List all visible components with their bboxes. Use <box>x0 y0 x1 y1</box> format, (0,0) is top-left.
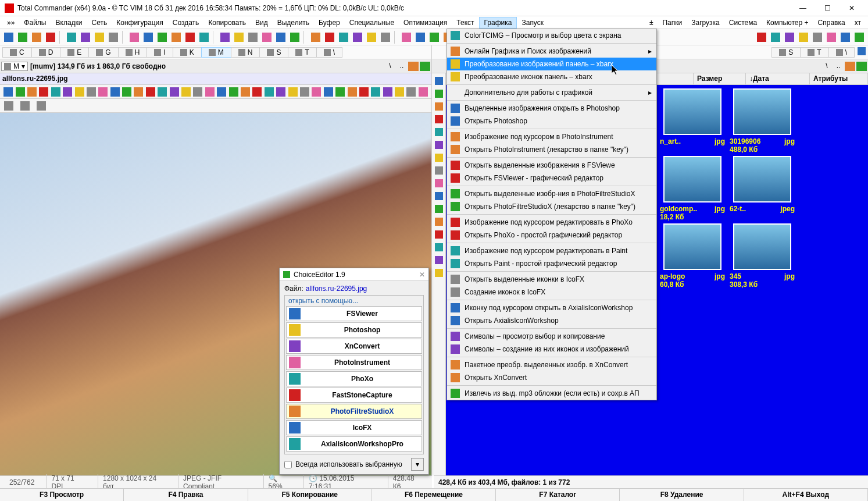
viewer-btn-17[interactable] <box>204 86 216 98</box>
vbar-btn-11[interactable] <box>434 216 444 227</box>
choice-option[interactable]: AxialisIconWorkshopPro <box>286 436 422 452</box>
vbar-btn-1[interactable] <box>434 88 444 99</box>
viewer-btn-34[interactable] <box>405 86 417 98</box>
thumbnail-item[interactable]: ap-logojpg60,8 Кб <box>659 223 726 289</box>
toolbar-btn-28[interactable] <box>428 31 441 44</box>
fkey-F4[interactable]: F4 Правка <box>124 489 248 501</box>
menu-right-±[interactable]: ± <box>645 17 658 28</box>
toolbar-btn-16[interactable] <box>247 31 259 44</box>
vbar-btn-8[interactable] <box>434 178 444 189</box>
nav-fav-icon[interactable] <box>856 62 867 71</box>
viewer-btn-14[interactable] <box>168 86 180 98</box>
menu-вид[interactable]: Вид <box>251 17 273 28</box>
toolbar-btn-2[interactable] <box>30 31 43 44</box>
menu-буфер[interactable]: Буфер <box>314 17 345 28</box>
toolbar-btn-22[interactable] <box>337 31 350 44</box>
drive-G[interactable]: G <box>88 47 118 58</box>
close-button[interactable]: ✕ <box>840 1 863 15</box>
choice-option[interactable]: FSViewer <box>286 306 422 321</box>
nav-up-icon[interactable]: \ <box>821 62 832 71</box>
drive-T[interactable]: T <box>800 47 828 58</box>
drive-C[interactable]: C <box>2 47 32 58</box>
menu-сеть[interactable]: Сеть <box>87 17 112 28</box>
panel-icon[interactable] <box>19 100 31 112</box>
viewer-btn-23[interactable] <box>275 86 287 98</box>
viewer-btn-12[interactable] <box>145 86 156 98</box>
menu-item[interactable]: Символы – создание из них иконок и изобр… <box>447 343 656 356</box>
menu-item[interactable]: Выделенные изображения открыть в Photosh… <box>447 102 656 115</box>
viewer-btn-8[interactable] <box>97 86 109 98</box>
drive-I[interactable]: I <box>147 47 173 58</box>
toolbar-right-btn-4[interactable] <box>811 31 824 44</box>
fkey-F7[interactable]: F7 Каталог <box>496 489 620 501</box>
left-drive-select[interactable]: M ▾ <box>1 62 28 71</box>
viewer-btn-30[interactable] <box>358 86 370 98</box>
menu-item[interactable]: ColorTCIMG – Просмотр и выбор цвета с эк… <box>447 29 656 42</box>
vbar-btn-13[interactable] <box>434 242 444 253</box>
vbar-btn-0[interactable] <box>434 76 444 86</box>
menu-item[interactable]: Преобразование изображений панель – xbar… <box>447 58 656 70</box>
choice-option[interactable]: XnConvert <box>286 339 422 354</box>
vbar-btn-10[interactable] <box>434 204 444 214</box>
menu-item[interactable]: Иконку под курсором открыть в AxialisIco… <box>447 301 656 314</box>
fkey-Alt+F4[interactable]: Alt+F4 Выход <box>744 489 868 501</box>
drive-K[interactable]: K <box>173 47 202 58</box>
choice-option[interactable]: PhotoInstrument <box>286 355 422 370</box>
viewer-btn-6[interactable] <box>73 86 85 98</box>
menu-item[interactable]: Изображение под курсором редактировать в… <box>447 244 656 257</box>
vbar-btn-7[interactable] <box>434 165 444 176</box>
menu-item[interactable]: Открыть FSViewer - графический редактор <box>447 172 656 184</box>
menu-item[interactable]: Изображение под курсором редактировать в… <box>447 216 656 229</box>
menu-item[interactable]: Онлайн Графика и Поиск изображений▸ <box>447 45 656 58</box>
viewer-btn-7[interactable] <box>85 86 97 98</box>
viewer-btn-27[interactable] <box>323 86 334 98</box>
toolbar-btn-1[interactable] <box>16 31 29 44</box>
menu-item[interactable]: Пакетное преобр. выделенных изобр. в XnC… <box>447 358 656 371</box>
viewer-btn-2[interactable] <box>26 86 38 98</box>
toolbar-right-btn-3[interactable] <box>797 31 810 44</box>
viewer-btn-28[interactable] <box>334 86 346 98</box>
col-attr[interactable]: Атрибуты <box>810 73 868 84</box>
list-icon[interactable] <box>35 100 48 112</box>
viewer-btn-26[interactable] <box>310 86 322 98</box>
drive-S[interactable]: S <box>259 47 288 58</box>
toolbar-btn-26[interactable] <box>400 31 413 44</box>
menu-вкладки[interactable]: Вкладки <box>51 17 87 28</box>
toolbar-btn-18[interactable] <box>274 31 287 44</box>
thumbnail-item[interactable]: n_art..jpg <box>659 88 726 154</box>
viewer-btn-24[interactable] <box>287 86 298 98</box>
viewer-btn-1[interactable] <box>14 86 26 98</box>
choice-option[interactable]: PhotoFiltreStudioX <box>286 404 422 419</box>
toolbar-right-btn-7[interactable] <box>853 31 866 44</box>
menu-item[interactable]: Открыть выделенные изобр-ния в PhotoFilt… <box>447 187 656 200</box>
viewer-btn-33[interactable] <box>394 86 405 98</box>
viewer-btn-18[interactable] <box>216 86 227 98</box>
minimize-button[interactable]: — <box>791 1 815 15</box>
viewer-btn-0[interactable] <box>2 86 14 98</box>
thumbnail-item[interactable]: goldcomp..jpg18,2 Кб <box>659 156 726 221</box>
viewer-btn-21[interactable] <box>251 86 263 98</box>
viewer-btn-25[interactable] <box>299 86 310 98</box>
nav-folder-icon[interactable] <box>408 62 419 71</box>
menu-файлы[interactable]: Файлы <box>19 17 51 28</box>
choice-option[interactable]: Photoshop <box>286 322 422 337</box>
nav-home-icon[interactable]: .. <box>397 62 407 71</box>
viewer-btn-22[interactable] <box>263 86 275 98</box>
drive-N[interactable]: N <box>231 47 260 58</box>
toolbar-right-btn-5[interactable] <box>825 31 838 44</box>
toolbar-btn-19[interactable] <box>288 31 301 44</box>
maximize-button[interactable]: ☐ <box>816 1 839 15</box>
menu-оптимизация[interactable]: Оптимизация <box>399 17 452 28</box>
toolbar-btn-5[interactable] <box>79 31 92 44</box>
choice-option[interactable]: IcoFX <box>286 420 422 435</box>
drive-D[interactable]: D <box>31 47 61 58</box>
toolbar-btn-21[interactable] <box>323 31 336 44</box>
menu-item[interactable]: Создание иконок в IcoFX <box>447 286 656 299</box>
menu-item[interactable]: Открыть выделенные иконки в IcoFX <box>447 273 656 286</box>
drive-T[interactable]: T <box>288 47 316 58</box>
vbar-btn-2[interactable] <box>434 101 444 112</box>
menu-графика[interactable]: Графика <box>479 17 517 29</box>
toolbar-btn-12[interactable] <box>184 31 197 44</box>
menu-item[interactable]: Преобразование иконок панель – xbarx <box>447 70 656 83</box>
thumbnail-item[interactable]: 345jpg308,3 Кб <box>728 223 796 289</box>
